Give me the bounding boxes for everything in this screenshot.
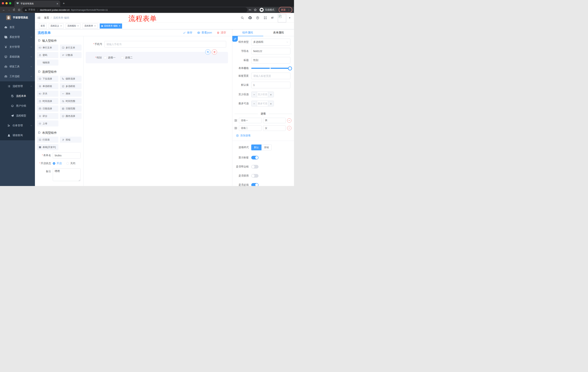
component-type-select[interactable]: 多选框组 <box>251 39 290 45</box>
phone-field-input[interactable] <box>105 41 226 47</box>
minus-icon[interactable]: − <box>252 92 257 97</box>
style-default-button[interactable]: 默认 <box>251 145 262 150</box>
disabled-toggle[interactable] <box>251 174 259 178</box>
sidebar-item-task-mgmt[interactable]: 任务管理 <box>0 121 35 130</box>
chrome-update-button[interactable]: 更新 ⋮ <box>279 7 292 13</box>
zoom-window-button[interactable] <box>9 2 11 4</box>
delete-component-button[interactable] <box>212 49 217 55</box>
reload-icon[interactable] <box>12 8 16 11</box>
component-multi-text[interactable]: 多行文本 <box>60 45 82 51</box>
grid-slider[interactable] <box>251 68 290 69</box>
breadcrumb-home[interactable]: 首页 <box>44 16 49 20</box>
tag-close-icon[interactable]: ✕ <box>60 25 62 27</box>
link-tab-button[interactable] <box>232 36 238 42</box>
back-icon[interactable]: ← <box>2 8 6 11</box>
sidebar-item-workflow[interactable]: 工作流程 <box>0 72 35 81</box>
form-remark-textarea[interactable]: 嘿嘿 <box>53 168 81 181</box>
gender-option-2[interactable]: 选项二 <box>121 56 133 59</box>
save-button[interactable]: 保存 <box>183 31 192 34</box>
component-password[interactable]: 密码 <box>37 52 58 58</box>
password-key-icon[interactable] <box>249 8 252 11</box>
new-tab-button[interactable]: + <box>63 1 65 5</box>
status-radio-on[interactable]: 开启 <box>53 162 62 165</box>
copy-component-button[interactable] <box>205 49 210 55</box>
component-slider[interactable]: 滑块 <box>60 91 82 97</box>
sidebar-item-process-model[interactable]: 流程模型 <box>0 111 35 121</box>
slider-handle[interactable] <box>288 66 292 70</box>
form-canvas[interactable]: *手机号 *性别 选项一 <box>84 36 232 186</box>
component-single-text[interactable]: 单行文本 <box>37 45 58 51</box>
component-cascader[interactable]: 级联选择 <box>60 76 82 82</box>
tag-process-definition[interactable]: 流程定义✕ <box>49 23 63 29</box>
status-radio-off[interactable]: 关闭 <box>66 162 75 165</box>
search-icon[interactable] <box>241 16 244 20</box>
component-checkbox-group[interactable]: 多选框组 <box>60 83 82 89</box>
sidebar-item-devtools[interactable]: 研发工具 <box>0 62 35 72</box>
option-2-label-input[interactable] <box>239 125 262 131</box>
tag-home[interactable]: 首页 <box>39 23 47 29</box>
hamburger-icon[interactable] <box>37 16 41 20</box>
bookmark-star-icon[interactable] <box>254 8 257 11</box>
option-1-label-input[interactable] <box>239 118 262 123</box>
option-1-value-input[interactable] <box>263 118 286 123</box>
view-json-button[interactable]: 查看json <box>197 31 212 34</box>
min-select-value[interactable]: 至少应选 <box>257 92 268 97</box>
minus-icon[interactable]: − <box>252 101 257 106</box>
tag-close-icon[interactable]: ✕ <box>94 25 96 27</box>
help-icon[interactable] <box>256 16 259 20</box>
sidebar-item-process-mgmt[interactable]: 流程管理 <box>0 81 35 91</box>
component-editor[interactable]: 编辑器 <box>37 60 58 65</box>
default-value-input[interactable] <box>251 82 290 88</box>
tag-close-icon[interactable]: ✕ <box>119 25 120 27</box>
sidebar-item-home[interactable]: 首页 <box>0 22 35 32</box>
max-select-value[interactable]: 最多可选 <box>257 101 268 106</box>
sidebar-item-process-form[interactable]: 流程表单 <box>0 91 35 101</box>
sidebar-item-system[interactable]: 系统管理 <box>0 32 35 42</box>
component-counter[interactable]: 123计数器 <box>60 52 82 58</box>
tag-close-icon[interactable]: ✕ <box>77 25 79 27</box>
label-width-input[interactable] <box>251 73 290 79</box>
component-time-picker[interactable]: 时间选择 <box>37 98 58 104</box>
plus-icon[interactable]: + <box>268 92 274 97</box>
component-date-picker[interactable]: 日期选择 <box>37 106 58 112</box>
close-window-button[interactable] <box>2 2 4 4</box>
clear-button[interactable]: 清空 <box>217 31 226 34</box>
component-select[interactable]: 下拉选择 <box>37 76 58 82</box>
tab-component-props[interactable]: 组件属性 <box>232 29 263 36</box>
required-toggle[interactable] <box>251 183 259 186</box>
avatar-caret-icon[interactable]: ▼ <box>289 17 291 19</box>
phone-field-row[interactable]: *手机号 <box>84 41 232 47</box>
component-switch[interactable]: 开关 <box>37 91 58 97</box>
browser-tab[interactable]: 芋道管理系统 ✕ <box>14 0 60 7</box>
minimize-window-button[interactable] <box>5 2 8 4</box>
github-icon[interactable] <box>248 16 252 20</box>
sidebar-item-infra[interactable]: 基础设施 <box>0 52 35 62</box>
tag-process-model[interactable]: 流程模型✕ <box>66 23 80 29</box>
drag-handle-icon[interactable] <box>234 127 237 130</box>
gender-field-selected[interactable]: *性别 选项一 选项二 <box>86 52 228 63</box>
forward-icon[interactable]: → <box>7 8 11 11</box>
fullscreen-icon[interactable] <box>264 16 267 20</box>
style-button-button[interactable]: 按钮 <box>262 145 272 150</box>
tab-form-props[interactable]: 表单属性 <box>263 29 294 36</box>
home-icon[interactable] <box>17 8 21 11</box>
field-name-input[interactable] <box>251 48 290 54</box>
tab-close-icon[interactable]: ✕ <box>56 2 58 5</box>
avatar[interactable] <box>278 14 286 22</box>
component-table[interactable]: 表格[开发中] <box>37 144 58 150</box>
drag-handle-icon[interactable] <box>234 119 237 122</box>
add-option-button[interactable]: 添加选项 <box>236 134 294 138</box>
option-2-value-input[interactable] <box>263 125 286 131</box>
gender-option-1[interactable]: 选项一 <box>104 56 116 59</box>
border-toggle[interactable] <box>251 165 259 169</box>
tag-process-form[interactable]: 流程表单✕ <box>83 23 97 29</box>
sidebar-logo[interactable]: 芋道管理系统 <box>0 13 35 22</box>
form-name-input[interactable] <box>53 152 81 159</box>
sidebar-item-leave-query[interactable]: 请假查询 <box>0 130 35 140</box>
component-button[interactable]: 按钮 <box>60 137 82 143</box>
remove-option-button[interactable]: − <box>287 118 292 123</box>
remove-option-button[interactable]: − <box>287 126 292 130</box>
font-size-icon[interactable]: tT <box>271 16 273 19</box>
title-input[interactable] <box>251 57 290 64</box>
security-label[interactable]: 不安全 <box>28 8 35 11</box>
